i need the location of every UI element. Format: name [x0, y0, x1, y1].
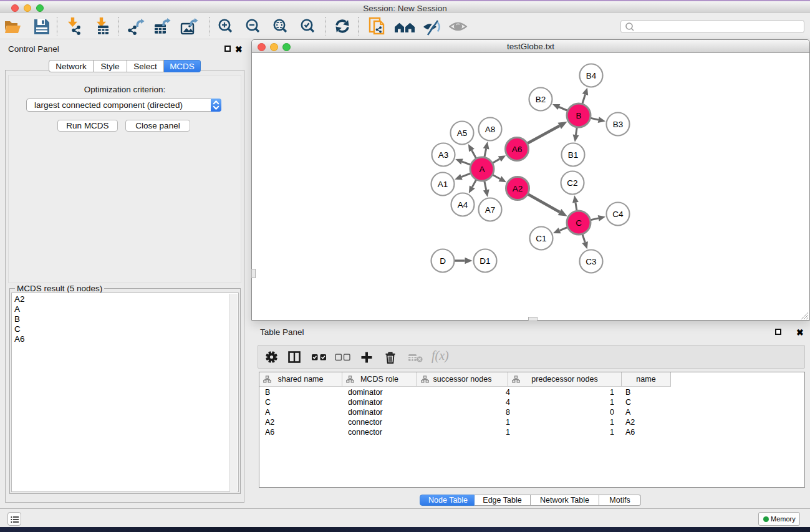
svg-text:C4: C4	[612, 210, 624, 219]
svg-text:C2: C2	[567, 178, 577, 188]
svg-text:B3: B3	[613, 120, 624, 129]
svg-text:A5: A5	[457, 128, 468, 138]
svg-text:C1: C1	[536, 234, 546, 243]
svg-text:D: D	[440, 256, 446, 266]
svg-text:A1: A1	[438, 180, 448, 189]
svg-text:B2: B2	[536, 95, 546, 104]
svg-text:C: C	[576, 218, 582, 228]
svg-text:A4: A4	[458, 200, 468, 210]
svg-text:B4: B4	[586, 71, 597, 80]
svg-text:B1: B1	[568, 150, 579, 160]
svg-text:A3: A3	[438, 150, 449, 160]
svg-text:A2: A2	[513, 184, 523, 193]
svg-text:A: A	[479, 165, 485, 174]
svg-text:D1: D1	[480, 256, 490, 266]
svg-text:C3: C3	[586, 257, 596, 266]
svg-text:B: B	[576, 111, 581, 120]
svg-text:A6: A6	[512, 145, 523, 154]
svg-text:A7: A7	[485, 205, 496, 215]
svg-text:A8: A8	[485, 125, 496, 134]
